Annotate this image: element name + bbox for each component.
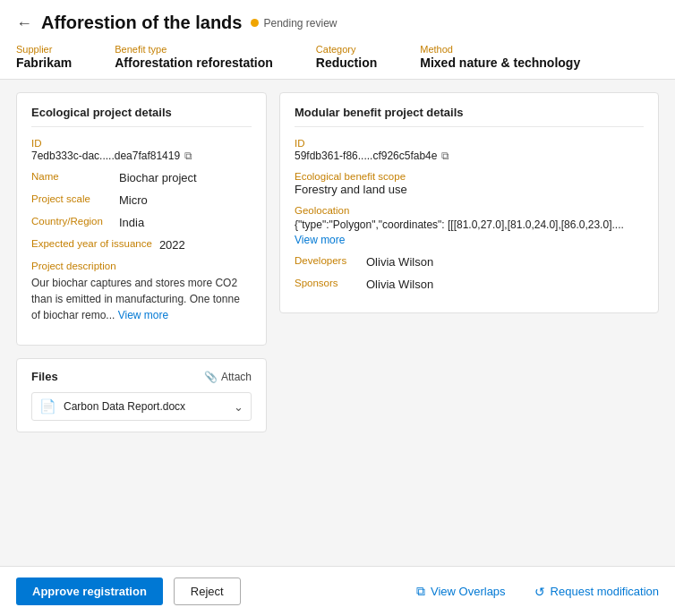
modular-scope-label: Ecological benefit scope (295, 171, 644, 182)
ecological-desc-label: Project description (31, 261, 252, 271)
file-name: Carbon Data Report.docx (64, 400, 185, 413)
chevron-down-icon[interactable]: ⌄ (234, 400, 244, 414)
ecological-desc-value: Our biochar captures and stores more CO2… (31, 275, 252, 323)
category-label: Category (316, 44, 377, 55)
ecological-id-field: ID 7edb333c-dac.....dea7faf81419 ⧉ (31, 138, 252, 162)
back-button[interactable]: ← (16, 15, 32, 31)
ecological-issuance-value: 2022 (159, 238, 185, 252)
approve-registration-button[interactable]: Approve registration (16, 578, 163, 605)
ecological-card: Ecological project details ID 7edb333c-d… (16, 92, 267, 346)
ecological-scale-value: Micro (119, 193, 148, 207)
method-label: Method (420, 44, 580, 55)
attach-label: Attach (221, 371, 252, 383)
modular-view-more-link[interactable]: View more (295, 234, 345, 246)
files-section: Files 📎 Attach 📄 Carbon Data Report.docx… (16, 358, 267, 432)
view-overlaps-button[interactable]: ⧉ View Overlaps (416, 584, 506, 599)
ecological-view-more-link[interactable]: View more (118, 309, 168, 321)
page-title: Afforestion of the lands (41, 13, 242, 33)
modular-id-value: 59fdb361-f86.....cf926c5fab4e ⧉ (295, 150, 644, 162)
modular-card: Modular benefit project details ID 59fdb… (279, 92, 659, 313)
modular-scope-value: Forestry and land use (295, 183, 644, 196)
supplier-label: Supplier (16, 44, 72, 55)
modular-id-text: 59fdb361-f86.....cf926c5fab4e (295, 150, 437, 162)
status-badge: Pending review (251, 17, 337, 30)
file-left: 📄 Carbon Data Report.docx (39, 398, 185, 415)
ecological-name-field: Name Biochar project (31, 171, 252, 184)
benefit-type-label: Benefit type (115, 44, 273, 55)
meta-benefit-type: Benefit type Afforestation reforestation (115, 44, 273, 70)
copy-id-icon[interactable]: ⧉ (184, 150, 192, 162)
modification-icon: ↺ (534, 585, 545, 599)
supplier-value: Fabrikam (16, 56, 72, 70)
benefit-type-value: Afforestation reforestation (115, 56, 273, 70)
request-modification-label: Request modification (551, 585, 659, 598)
modular-geo-label: Geolocation (295, 205, 644, 216)
files-header: Files 📎 Attach (31, 370, 252, 383)
modular-developers-value: Olivia Wilson (366, 255, 433, 269)
ecological-country-label: Country/Region (31, 216, 112, 228)
modular-sponsors-value: Olivia Wilson (366, 278, 433, 291)
modular-scope-field: Ecological benefit scope Forestry and la… (295, 171, 644, 196)
meta-category: Category Reduction (316, 44, 377, 70)
ecological-card-title: Ecological project details (31, 106, 252, 127)
request-modification-button[interactable]: ↺ Request modification (534, 585, 659, 599)
ecological-scale-label: Project scale (31, 193, 112, 206)
ecological-id-label: ID (31, 138, 252, 149)
file-item: 📄 Carbon Data Report.docx ⌄ (31, 392, 252, 421)
ecological-id-value: 7edb333c-dac.....dea7faf81419 ⧉ (31, 150, 252, 162)
ecological-country-value: India (119, 216, 144, 229)
modular-geo-text: {"type":"Polygon","coordinates": [[[81.0… (295, 218, 624, 231)
status-dot-icon (251, 19, 259, 27)
overlaps-icon: ⧉ (416, 584, 425, 599)
status-label: Pending review (263, 17, 337, 30)
meta-supplier: Supplier Fabrikam (16, 44, 72, 70)
attach-button[interactable]: 📎 Attach (204, 371, 252, 383)
file-doc-icon: 📄 (39, 398, 56, 415)
copy-modular-id-icon[interactable]: ⧉ (441, 150, 449, 162)
ecological-desc-field: Project description Our biochar captures… (31, 261, 252, 323)
ecological-name-value: Biochar project (119, 171, 197, 184)
modular-id-field: ID 59fdb361-f86.....cf926c5fab4e ⧉ (295, 138, 644, 162)
category-value: Reduction (316, 56, 377, 70)
modular-geo-field: Geolocation {"type":"Polygon","coordinat… (295, 205, 644, 246)
modular-sponsors-field: Sponsors Olivia Wilson (295, 278, 644, 291)
modular-sponsors-label: Sponsors (295, 278, 366, 290)
ecological-name-label: Name (31, 171, 112, 184)
meta-row: Supplier Fabrikam Benefit type Afforesta… (16, 44, 659, 70)
modular-developers-label: Developers (295, 255, 366, 268)
main-content: Ecological project details ID 7edb333c-d… (0, 80, 675, 358)
view-overlaps-label: View Overlaps (431, 585, 506, 598)
reject-button[interactable]: Reject (174, 578, 241, 605)
files-title: Files (31, 370, 58, 383)
method-value: Mixed nature & technology (420, 56, 580, 70)
paperclip-icon: 📎 (204, 371, 218, 383)
modular-geo-value: {"type":"Polygon","coordinates": [[[81.0… (295, 217, 644, 233)
ecological-scale-field: Project scale Micro (31, 193, 252, 207)
footer: Approve registration Reject ⧉ View Overl… (0, 566, 675, 616)
modular-card-title: Modular benefit project details (295, 106, 644, 127)
modular-developers-field: Developers Olivia Wilson (295, 255, 644, 269)
modular-id-label: ID (295, 138, 644, 149)
ecological-country-field: Country/Region India (31, 216, 252, 229)
ecological-id-text: 7edb333c-dac.....dea7faf81419 (31, 150, 180, 162)
ecological-issuance-label: Expected year of issuance (31, 238, 152, 251)
meta-method: Method Mixed nature & technology (420, 44, 580, 70)
ecological-issuance-field: Expected year of issuance 2022 (31, 238, 252, 252)
header: ← Afforestion of the lands Pending revie… (0, 0, 675, 80)
